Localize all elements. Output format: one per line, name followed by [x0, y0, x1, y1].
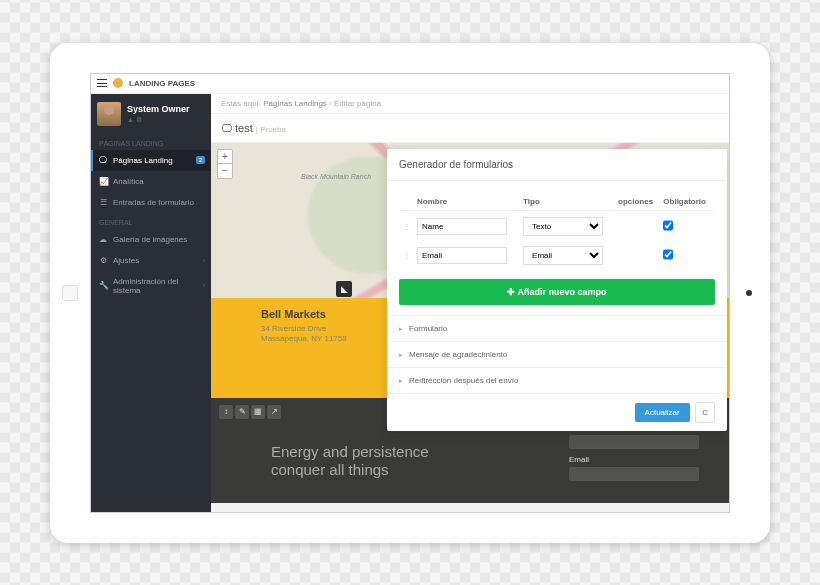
cancel-button[interactable]: C — [695, 402, 715, 423]
laptop-icon: 🖵 — [221, 122, 232, 134]
cloud-icon: ☁ — [99, 235, 107, 244]
zoom-out-button[interactable]: − — [218, 164, 232, 178]
tablet-frame: LANDING PAGES System Owner ▲ ⚙ PÁGINAS L… — [50, 43, 770, 543]
editor-handle-icon[interactable]: ◣ — [336, 281, 352, 297]
drag-handle-icon[interactable]: ⋮ — [401, 213, 413, 240]
drag-handle-icon[interactable]: ⋮ — [401, 242, 413, 269]
sidebar-item-label: Analítica — [113, 177, 144, 186]
topbar-title: LANDING PAGES — [129, 79, 195, 88]
sidebar-item-label: Administración del sistema — [113, 277, 203, 295]
image-tool-icon[interactable]: ▦ — [251, 405, 265, 419]
list-icon: ☰ — [99, 198, 107, 207]
field-type-select[interactable]: Texto — [523, 217, 603, 236]
info-address-line: Massapequa, NY 11758 — [261, 334, 347, 344]
hero-line: Energy and persistence — [271, 443, 429, 461]
info-title: Bell Markets — [261, 308, 347, 320]
sidebar-item-admin[interactable]: 🔧 Administración del sistema › — [91, 271, 211, 301]
sidebar-item-paginas-landing[interactable]: 🖵 Páginas Landing 2 — [91, 150, 211, 171]
topbar: LANDING PAGES — [91, 74, 729, 94]
info-address-line: 34 Riverside Drive — [261, 324, 347, 334]
page-title-bar: 🖵 test | Prueba — [211, 114, 729, 143]
field-name-input[interactable] — [417, 218, 507, 235]
sidebar-item-label: Entradas de formulario — [113, 198, 194, 207]
breadcrumb-current: Editar página — [334, 99, 381, 108]
field-required-checkbox[interactable] — [663, 248, 673, 261]
fields-table: Nombre Tipo opciones Obligatorio ⋮ Texto — [399, 191, 715, 271]
table-row: ⋮ Email — [401, 242, 713, 269]
chevron-right-icon: › — [203, 257, 205, 264]
sidebar-item-label: Ajustes — [113, 256, 139, 265]
tablet-home-button[interactable] — [62, 285, 78, 301]
col-type: Tipo — [521, 193, 614, 211]
table-header-row: Nombre Tipo opciones Obligatorio — [401, 193, 713, 211]
hero-line: conquer all things — [271, 461, 429, 479]
breadcrumb: Estás aquí: Páginas Landings › Editar pá… — [211, 94, 729, 114]
sidebar-section-landing: PÁGINAS LANDING — [91, 134, 211, 150]
laptop-icon: 🖵 — [99, 156, 107, 165]
map-label: Black Mountain Ranch — [301, 173, 371, 180]
update-button[interactable]: Actualizar — [635, 403, 690, 422]
info-card: Bell Markets 34 Riverside Drive Massapeq… — [261, 308, 347, 345]
sidebar-item-label: Páginas Landing — [113, 156, 173, 165]
field-required-checkbox[interactable] — [663, 219, 673, 232]
col-name: Nombre — [415, 193, 519, 211]
sidebar-section-general: GENERAL — [91, 213, 211, 229]
add-field-button[interactable]: ✚ Añadir nuevo campo — [399, 279, 715, 305]
move-tool-icon[interactable]: ↕ — [219, 405, 233, 419]
col-options: opciones — [616, 193, 659, 211]
breadcrumb-prefix: Estás aquí: — [221, 99, 261, 108]
accordion-formulario[interactable]: Formulario — [387, 315, 727, 341]
sidebar-item-entradas[interactable]: ☰ Entradas de formulario — [91, 192, 211, 213]
sidebar-item-label: Galería de imágenes — [113, 235, 187, 244]
sidebar-badge: 2 — [196, 156, 205, 164]
table-row: ⋮ Texto — [401, 213, 713, 240]
content-area: Estás aquí: Páginas Landings › Editar pá… — [211, 94, 729, 513]
sliders-icon: ⚙ — [99, 256, 107, 265]
user-action-icons[interactable]: ▲ ⚙ — [127, 116, 190, 124]
preview-label: Email — [569, 455, 699, 464]
app-logo-icon — [113, 78, 123, 88]
sidebar: System Owner ▲ ⚙ PÁGINAS LANDING 🖵 Págin… — [91, 94, 211, 513]
tablet-camera — [746, 290, 752, 296]
user-block[interactable]: System Owner ▲ ⚙ — [91, 94, 211, 134]
breadcrumb-link[interactable]: Páginas Landings — [263, 99, 327, 108]
accordion-redireccion[interactable]: Redirección después del envío — [387, 367, 727, 393]
avatar — [97, 102, 121, 126]
link-tool-icon[interactable]: ↗ — [267, 405, 281, 419]
preview-input[interactable] — [569, 467, 699, 481]
sidebar-item-ajustes[interactable]: ⚙ Ajustes › — [91, 250, 211, 271]
accordion-mensaje[interactable]: Mensaje de agradecimiento — [387, 341, 727, 367]
wrench-icon: 🔧 — [99, 281, 107, 290]
chevron-right-icon: › — [203, 282, 205, 289]
edit-toolbar: ↕ ✎ ▦ ↗ — [219, 405, 281, 419]
col-required: Obligatorio — [661, 193, 713, 211]
page-subtitle: | Prueba — [256, 125, 286, 134]
field-name-input[interactable] — [417, 247, 507, 264]
modal-footer: Actualizar C — [387, 393, 727, 431]
hero-text: Energy and persistence conquer all thing… — [271, 443, 429, 479]
app-screen: LANDING PAGES System Owner ▲ ⚙ PÁGINAS L… — [90, 73, 730, 513]
sidebar-item-galeria[interactable]: ☁ Galería de imágenes — [91, 229, 211, 250]
form-preview: Name Email — [569, 423, 699, 487]
form-builder-modal: Generador de formularios Nombre Tipo opc… — [387, 149, 727, 431]
text-tool-icon[interactable]: ✎ — [235, 405, 249, 419]
zoom-in-button[interactable]: + — [218, 150, 232, 164]
page-title: test — [235, 122, 253, 134]
sidebar-item-analitica[interactable]: 📈 Analítica — [91, 171, 211, 192]
modal-title: Generador de formularios — [387, 149, 727, 181]
menu-icon[interactable] — [97, 79, 107, 87]
user-name: System Owner — [127, 104, 190, 114]
preview-input[interactable] — [569, 435, 699, 449]
map-zoom-control: + − — [217, 149, 233, 179]
chart-icon: 📈 — [99, 177, 107, 186]
field-type-select[interactable]: Email — [523, 246, 603, 265]
